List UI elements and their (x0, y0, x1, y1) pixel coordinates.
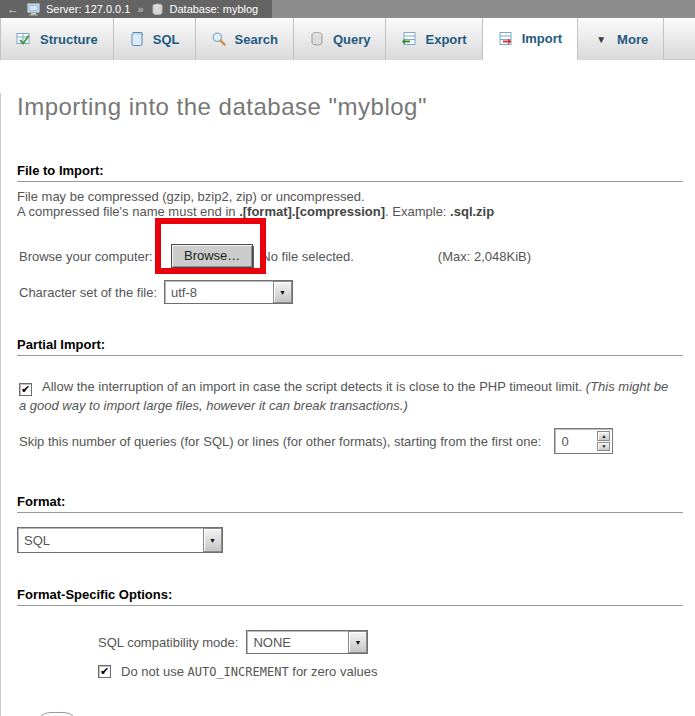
sql-compatibility-value: NONE (247, 631, 348, 653)
breadcrumb: ← Server: 127.0.0.1 » Database: myblog (0, 0, 272, 18)
auto-increment-checkbox[interactable]: ✔ (98, 665, 111, 678)
browse-row: Browse your computer: Browse… No file se… (17, 244, 679, 268)
hint-line1: File may be compressed (gzip, bzip2, zip… (17, 189, 365, 204)
page-title: Importing into the database "myblog" (17, 93, 679, 121)
format-select[interactable]: SQL ▼ (17, 527, 223, 553)
export-icon (401, 31, 417, 47)
section-heading-partial-import: Partial Import: (17, 337, 683, 356)
max-upload-size: (Max: 2,048KiB) (438, 249, 531, 264)
server-icon (27, 3, 41, 15)
charset-row: Character set of the file: utf-8 ▼ (17, 280, 679, 304)
tab-label: SQL (153, 32, 180, 47)
section-heading-file-to-import: File to Import: (17, 163, 683, 182)
hint-example: .sql.zip (450, 204, 494, 219)
auto-increment-row: ✔ Do not use AUTO_INCREMENT for zero val… (17, 664, 679, 679)
auto-increment-prefix: Do not use (121, 664, 188, 679)
spinner-up-icon[interactable]: ▲ (597, 431, 610, 441)
structure-icon (16, 31, 32, 47)
no-file-selected-text: No file selected. (261, 249, 354, 264)
tab-label: Import (522, 31, 562, 46)
tab-label: Search (235, 32, 278, 47)
go-button[interactable]: Go (36, 712, 78, 716)
dropdown-arrow-icon[interactable]: ▼ (348, 631, 367, 653)
import-icon (498, 31, 514, 47)
hint-line2-mid: . Example: (385, 204, 450, 219)
tab-query[interactable]: Query (294, 18, 387, 60)
spinner-down-icon[interactable]: ▼ (597, 442, 610, 452)
search-icon (211, 31, 227, 47)
sql-compatibility-row: SQL compatibility mode: NONE ▼ (17, 630, 679, 654)
tab-label: Structure (40, 32, 98, 47)
tab-bar: Structure SQL Search Query Export Import… (0, 18, 695, 60)
tab-search[interactable]: Search (196, 18, 294, 60)
charset-select[interactable]: utf-8 ▼ (164, 280, 293, 304)
breadcrumb-separator: » (137, 3, 143, 15)
format-selected-value: SQL (18, 528, 203, 552)
collapse-nav-icon[interactable]: ← (4, 2, 22, 16)
tab-label: More (617, 32, 648, 47)
hint-line2: A compressed file's name must end in .[f… (17, 204, 494, 219)
tab-export[interactable]: Export (386, 18, 482, 60)
sql-icon (129, 31, 145, 47)
browse-label: Browse your computer: (19, 249, 171, 264)
compression-hint: File may be compressed (gzip, bzip2, zip… (17, 189, 679, 219)
skip-queries-value: 0 (555, 429, 595, 453)
section-heading-format: Format: (17, 494, 683, 513)
more-chevron-icon: ▼ (593, 31, 609, 47)
dropdown-arrow-icon[interactable]: ▼ (273, 281, 292, 303)
tab-label: Export (425, 32, 466, 47)
section-heading-format-specific: Format-Specific Options: (17, 587, 683, 606)
auto-increment-keyword: AUTO_INCREMENT (188, 665, 289, 679)
charset-label: Character set of the file: (19, 285, 164, 300)
auto-increment-suffix: for zero values (289, 664, 378, 679)
tab-label: Query (333, 32, 371, 47)
allow-interruption-checkbox[interactable]: ✔ (19, 383, 32, 396)
browse-button[interactable]: Browse… (171, 244, 253, 268)
database-icon (151, 3, 165, 15)
tab-structure[interactable]: Structure (0, 18, 114, 60)
tab-more[interactable]: ▼ More (578, 18, 664, 60)
main-content: Importing into the database "myblog" Fil… (0, 93, 695, 716)
spinner-buttons: ▲ ▼ (595, 429, 612, 453)
hint-format-pattern: .[format].[compression] (239, 204, 385, 219)
query-icon (309, 31, 325, 47)
allow-interruption-block: ✔Allow the interruption of an import in … (17, 377, 679, 415)
skip-queries-stepper[interactable]: 0 ▲ ▼ (554, 428, 613, 454)
dropdown-arrow-icon[interactable]: ▼ (203, 528, 222, 552)
tab-import[interactable]: Import (483, 18, 578, 60)
tab-sql[interactable]: SQL (114, 18, 196, 60)
sql-compatibility-select[interactable]: NONE ▼ (246, 630, 368, 654)
charset-selected-value: utf-8 (165, 281, 273, 303)
breadcrumb-database[interactable]: Database: myblog (170, 3, 259, 15)
skip-queries-label: Skip this number of queries (for SQL) or… (19, 434, 541, 449)
skip-queries-row: Skip this number of queries (for SQL) or… (17, 428, 679, 454)
breadcrumb-server[interactable]: Server: 127.0.0.1 (46, 3, 130, 15)
sql-compatibility-label: SQL compatibility mode: (98, 635, 238, 650)
hint-line2-prefix: A compressed file's name must end in (17, 204, 239, 219)
tabbar-filler (664, 18, 695, 59)
auto-increment-label: Do not use AUTO_INCREMENT for zero value… (121, 664, 378, 679)
breadcrumb-bar: ← Server: 127.0.0.1 » Database: myblog (0, 0, 695, 18)
allow-interruption-text: Allow the interruption of an import in c… (42, 379, 586, 394)
